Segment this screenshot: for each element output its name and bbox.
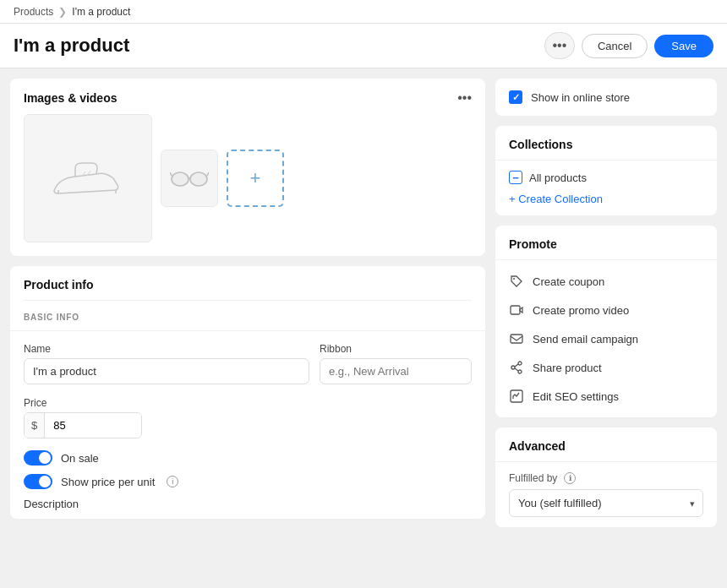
collection-item-all-products: All products bbox=[509, 171, 703, 184]
breadcrumb: Products ❯ I'm a product bbox=[14, 6, 130, 18]
online-store-label: Show in online store bbox=[531, 91, 630, 104]
fulfilled-by-label: Fulfilled by ℹ bbox=[509, 472, 703, 484]
on-sale-row: On sale bbox=[10, 450, 485, 474]
collections-body: All products + Create Collection bbox=[495, 161, 717, 215]
add-image-button[interactable]: + bbox=[227, 150, 284, 207]
name-label: Name bbox=[24, 343, 309, 355]
right-panel: Show in online store Collections All pro… bbox=[495, 68, 727, 587]
price-symbol: $ bbox=[25, 413, 45, 438]
price-per-unit-info-icon[interactable]: i bbox=[167, 476, 178, 487]
images-menu-button[interactable]: ••• bbox=[457, 90, 472, 106]
top-bar: Products ❯ I'm a product bbox=[0, 0, 727, 24]
product-info-card: Product info BASIC INFO Name Ribbon Pric… bbox=[10, 266, 485, 519]
name-input[interactable] bbox=[24, 358, 309, 384]
left-panel: Images & videos ••• bbox=[0, 68, 495, 587]
sunglasses-svg bbox=[170, 166, 209, 191]
svg-point-7 bbox=[511, 366, 515, 369]
product-info-header: Product info bbox=[10, 266, 485, 300]
promote-card: Promote Create coupon Create promo video bbox=[495, 226, 717, 417]
promote-item-coupon[interactable]: Create coupon bbox=[495, 267, 717, 296]
all-products-label: All products bbox=[529, 172, 587, 184]
breadcrumb-separator: ❯ bbox=[58, 6, 67, 18]
images-card-header: Images & videos ••• bbox=[10, 79, 485, 114]
basic-info-label: BASIC INFO bbox=[10, 313, 485, 331]
share-product-label: Share product bbox=[533, 362, 602, 374]
svg-rect-4 bbox=[511, 335, 522, 343]
svg-rect-3 bbox=[511, 306, 520, 314]
price-input[interactable] bbox=[45, 413, 142, 438]
svg-point-0 bbox=[172, 172, 189, 186]
svg-point-2 bbox=[513, 278, 515, 280]
on-sale-label: On sale bbox=[61, 452, 99, 465]
svg-point-1 bbox=[190, 172, 207, 186]
product-thumbnail-1[interactable] bbox=[161, 150, 218, 207]
product-info-title: Product info bbox=[24, 278, 93, 291]
share-icon bbox=[509, 360, 524, 375]
collections-title: Collections bbox=[495, 126, 717, 161]
collections-card: Collections All products + Create Collec… bbox=[495, 126, 717, 215]
promote-item-video[interactable]: Create promo video bbox=[495, 296, 717, 324]
online-store-row: Show in online store bbox=[495, 79, 717, 116]
all-products-checkbox[interactable] bbox=[509, 171, 522, 184]
price-per-unit-toggle[interactable] bbox=[24, 474, 52, 489]
promote-body: Create coupon Create promo video Send em… bbox=[495, 260, 717, 417]
main-product-image[interactable] bbox=[24, 114, 152, 242]
ribbon-group: Ribbon bbox=[320, 343, 472, 384]
breadcrumb-products[interactable]: Products bbox=[14, 6, 53, 18]
save-button[interactable]: Save bbox=[654, 35, 713, 57]
description-label: Description bbox=[10, 498, 485, 519]
price-label: Price bbox=[24, 397, 46, 409]
breadcrumb-current: I'm a product bbox=[72, 6, 130, 18]
header-actions: ••• Cancel Save bbox=[544, 32, 713, 59]
ribbon-label: Ribbon bbox=[320, 343, 472, 355]
seo-icon bbox=[509, 389, 524, 404]
advanced-title: Advanced bbox=[495, 427, 717, 462]
fulfilled-by-info-icon[interactable]: ℹ bbox=[564, 472, 576, 484]
divider-1 bbox=[24, 300, 472, 301]
svg-point-6 bbox=[518, 370, 522, 373]
fulfilled-by-select-wrap: You (self fulfilled) ▾ bbox=[509, 489, 703, 517]
images-grid: + bbox=[10, 114, 485, 256]
ribbon-input[interactable] bbox=[320, 358, 472, 384]
price-per-unit-row: Show price per unit i bbox=[10, 474, 485, 498]
promote-item-email[interactable]: Send email campaign bbox=[495, 324, 717, 353]
create-promo-video-label: Create promo video bbox=[533, 304, 629, 317]
promote-item-share[interactable]: Share product bbox=[495, 353, 717, 382]
price-per-unit-label: Show price per unit bbox=[61, 476, 155, 488]
send-email-label: Send email campaign bbox=[533, 333, 638, 346]
price-input-wrap: $ bbox=[24, 412, 142, 438]
price-row: Price $ bbox=[10, 396, 485, 450]
images-card-title: Images & videos bbox=[24, 91, 118, 105]
images-card: Images & videos ••• bbox=[10, 79, 485, 256]
fulfilled-by-select[interactable]: You (self fulfilled) bbox=[509, 489, 703, 517]
name-group: Name bbox=[24, 343, 309, 384]
advanced-card: Advanced Fulfilled by ℹ You (self fulfil… bbox=[495, 427, 717, 527]
online-store-card: Show in online store bbox=[495, 79, 717, 116]
create-collection-link[interactable]: + Create Collection bbox=[509, 193, 603, 205]
promote-title: Promote bbox=[495, 226, 717, 260]
shoe-svg bbox=[50, 153, 126, 204]
cancel-button[interactable]: Cancel bbox=[582, 34, 648, 58]
more-options-button[interactable]: ••• bbox=[544, 32, 575, 59]
create-coupon-label: Create coupon bbox=[533, 275, 604, 288]
advanced-body: Fulfilled by ℹ You (self fulfilled) ▾ bbox=[495, 462, 717, 527]
page-header: I'm a product ••• Cancel Save bbox=[0, 24, 727, 68]
email-icon bbox=[509, 331, 524, 346]
promote-item-seo[interactable]: Edit SEO settings bbox=[495, 382, 717, 411]
page-title: I'm a product bbox=[14, 35, 129, 57]
name-ribbon-row: Name Ribbon bbox=[10, 343, 485, 396]
online-store-checkbox[interactable] bbox=[509, 90, 522, 104]
edit-seo-label: Edit SEO settings bbox=[533, 390, 619, 403]
main-layout: Images & videos ••• bbox=[0, 68, 727, 587]
svg-point-5 bbox=[518, 362, 522, 365]
tag-icon bbox=[509, 274, 524, 289]
video-icon bbox=[509, 302, 524, 318]
on-sale-toggle[interactable] bbox=[24, 450, 52, 466]
